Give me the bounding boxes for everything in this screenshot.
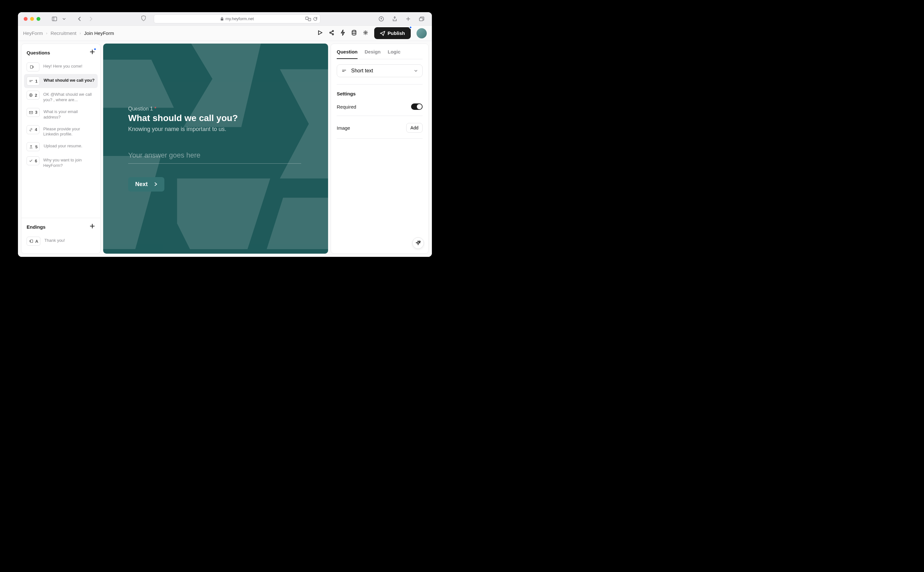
- lock-icon: [221, 17, 224, 21]
- avatar[interactable]: [417, 28, 427, 39]
- tab-question[interactable]: Question: [337, 49, 358, 59]
- form-preview-canvas: Question 1 * What should we call you? Kn…: [103, 44, 328, 253]
- ending-badge: A: [26, 237, 40, 246]
- short-text-icon: [29, 79, 33, 83]
- question-badge: 1: [26, 76, 40, 85]
- question-number: 1: [35, 79, 37, 84]
- add-question-button[interactable]: [89, 49, 95, 56]
- globe-icon: [29, 93, 33, 97]
- short-text-icon: [342, 68, 347, 73]
- type-label: Short text: [351, 68, 373, 74]
- email-icon: [29, 110, 33, 115]
- endings-title: Endings: [26, 224, 45, 230]
- question-item[interactable]: 1 What should we call you?: [24, 74, 98, 88]
- address-bar[interactable]: my.heyform.net: [154, 14, 320, 23]
- send-icon: [380, 31, 385, 36]
- share-form-button[interactable]: [329, 30, 334, 37]
- close-window-button[interactable]: [24, 17, 28, 21]
- notification-dot: [93, 48, 96, 51]
- tab-design[interactable]: Design: [365, 49, 381, 59]
- minimize-window-button[interactable]: [30, 17, 34, 21]
- breadcrumb: HeyForm › Recruitment › Join HeyForm: [23, 30, 114, 36]
- question-item[interactable]: 5 Upload your resume.: [24, 140, 98, 154]
- url-text: my.heyform.net: [226, 16, 254, 21]
- breadcrumb-parent[interactable]: Recruitment: [51, 30, 76, 36]
- svg-rect-3: [308, 18, 311, 21]
- check-icon: [29, 159, 33, 163]
- add-ending-button[interactable]: [89, 223, 95, 230]
- svg-rect-14: [30, 240, 33, 243]
- upload-icon: [29, 145, 33, 149]
- preview-button[interactable]: [317, 30, 323, 37]
- question-item[interactable]: Hey! Here you come!: [24, 60, 98, 74]
- question-label: Please provide your Linkedin profile.: [43, 125, 95, 137]
- dropdown-icon[interactable]: [59, 15, 68, 23]
- svg-rect-5: [419, 18, 423, 21]
- question-number: 2: [35, 93, 37, 98]
- question-label: What is your email address?: [44, 108, 95, 120]
- question-item[interactable]: 4 Please provide your Linkedin profile.: [24, 123, 98, 140]
- question-label: Upload your resume.: [44, 142, 82, 149]
- question-description[interactable]: Knowing your name is important to us.: [128, 126, 303, 132]
- question-number: 5: [35, 145, 37, 149]
- app-header: HeyForm › Recruitment › Join HeyForm: [18, 26, 432, 41]
- question-badge: 2: [26, 91, 39, 99]
- new-tab-icon[interactable]: [404, 15, 413, 23]
- sidebar-toggle-icon[interactable]: [50, 15, 59, 23]
- svg-point-10: [365, 32, 366, 33]
- svg-point-6: [330, 32, 331, 33]
- image-label: Image: [337, 125, 350, 131]
- question-badge: 3: [26, 108, 40, 117]
- next-button[interactable]: Next: [128, 177, 164, 191]
- question-type-select[interactable]: Short text: [337, 64, 423, 77]
- breadcrumb-root[interactable]: HeyForm: [23, 30, 43, 36]
- back-button[interactable]: [75, 15, 84, 23]
- question-item[interactable]: 3 What is your email address?: [24, 106, 98, 123]
- ai-assist-button[interactable]: [412, 237, 424, 249]
- question-badge: 5: [26, 142, 40, 151]
- forward-button[interactable]: [87, 15, 95, 23]
- share-icon[interactable]: [390, 15, 399, 23]
- ending-item[interactable]: A Thank you!: [24, 234, 98, 248]
- welcome-icon: [30, 65, 34, 69]
- next-label: Next: [135, 181, 148, 188]
- ending-icon: [29, 239, 33, 243]
- chevron-right-icon: [154, 182, 157, 187]
- integrations-button[interactable]: [340, 30, 345, 37]
- privacy-shield-icon[interactable]: [141, 16, 146, 22]
- question-number-label: Question 1 *: [128, 106, 303, 112]
- questions-title: Questions: [26, 50, 50, 55]
- required-label: Required: [337, 104, 356, 110]
- publish-button[interactable]: Publish: [374, 27, 411, 39]
- sparkle-icon: [415, 240, 421, 246]
- breadcrumb-current: Join HeyForm: [84, 30, 114, 36]
- chevron-right-icon: ›: [80, 31, 81, 36]
- link-icon: [29, 127, 33, 132]
- reload-icon[interactable]: [313, 17, 317, 21]
- settings-button[interactable]: [363, 30, 369, 37]
- tabs-icon[interactable]: [417, 15, 426, 23]
- required-toggle[interactable]: [411, 103, 423, 110]
- maximize-window-button[interactable]: [37, 17, 40, 21]
- question-label: Hey! Here you come!: [43, 62, 82, 69]
- required-asterisk: *: [154, 106, 156, 112]
- question-number: 3: [35, 110, 37, 115]
- question-item[interactable]: 6 Why you want to join HeyForm?: [24, 154, 98, 171]
- results-button[interactable]: [351, 30, 357, 37]
- traffic-lights: [24, 17, 40, 21]
- question-item[interactable]: 2 OK @What should we call you? , where a…: [24, 88, 98, 106]
- chevron-right-icon: ›: [46, 31, 47, 36]
- downloads-icon[interactable]: [377, 15, 386, 23]
- svg-point-9: [352, 30, 356, 32]
- notification-dot: [409, 26, 412, 29]
- add-image-button[interactable]: Add: [406, 123, 423, 132]
- svg-rect-0: [52, 17, 57, 21]
- translate-icon[interactable]: [305, 17, 311, 21]
- question-label: Why you want to join HeyForm?: [43, 156, 95, 168]
- inspector-panel: Question Design Logic Short text Setting…: [331, 44, 429, 253]
- ending-label: Thank you!: [44, 237, 65, 243]
- tab-logic[interactable]: Logic: [388, 49, 400, 59]
- question-title[interactable]: What should we call you?: [128, 113, 303, 123]
- answer-input[interactable]: [128, 149, 301, 164]
- settings-title: Settings: [337, 84, 423, 96]
